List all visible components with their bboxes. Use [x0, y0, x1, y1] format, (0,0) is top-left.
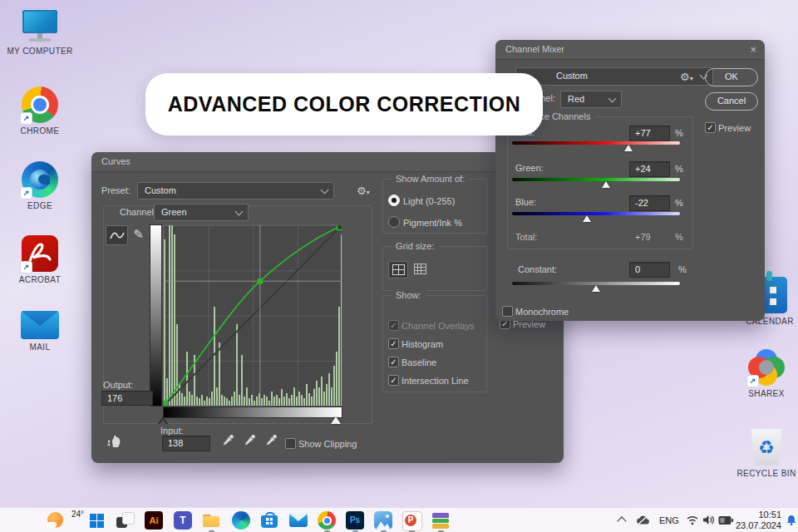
curves-titlebar[interactable]: Curves — [91, 152, 564, 172]
desktop-icon-label: MAIL — [4, 342, 76, 352]
tray-clock-time[interactable]: 10:51 — [746, 510, 781, 520]
blue-slider-thumb[interactable] — [583, 215, 591, 222]
taskbar-powerpoint[interactable] — [402, 511, 422, 531]
red-value-field[interactable]: +77 — [629, 126, 670, 141]
curve-point-start[interactable] — [164, 401, 168, 406]
green-slider-thumb[interactable] — [602, 181, 610, 188]
taskbar-file-explorer[interactable] — [202, 511, 220, 530]
blue-value-field[interactable]: -22 — [629, 195, 670, 211]
edge-icon: ↗ — [22, 161, 58, 198]
constant-slider-thumb[interactable] — [592, 285, 600, 292]
chrome-icon: ↗ — [22, 86, 58, 123]
shadow-slider-handle[interactable] — [158, 416, 168, 424]
cancel-button[interactable]: Cancel — [705, 92, 758, 111]
channel-overlays-checkbox[interactable]: ✓ — [388, 320, 399, 331]
green-value-field[interactable]: +24 — [629, 161, 670, 177]
shortcut-arrow-icon: ↗ — [746, 375, 759, 387]
preset-options-gear-icon[interactable]: ⚙▾ — [357, 185, 370, 197]
mixer-options-gear-icon[interactable]: ⚙▾ — [680, 71, 693, 83]
taskbar-teams[interactable]: T — [174, 511, 192, 530]
desktop-icon-chrome[interactable]: ↗ CHROME — [4, 86, 76, 135]
tray-language[interactable]: ENG — [659, 515, 679, 525]
desktop-icon-my-computer[interactable]: MY COMPUTER — [4, 10, 76, 56]
on-image-adjustment-tool[interactable] — [106, 435, 124, 451]
light-radio[interactable] — [388, 195, 400, 206]
green-unit: % — [675, 164, 683, 174]
curve-tool-button[interactable] — [106, 225, 128, 245]
channel-dropdown[interactable]: Green — [154, 204, 249, 221]
histogram-checkbox[interactable]: ✓ — [388, 338, 399, 349]
coarse-grid-button[interactable] — [388, 261, 408, 278]
mixer-preview-checkbox[interactable]: ✓ — [705, 122, 716, 133]
black-point-eyedropper-icon[interactable] — [222, 433, 234, 447]
taskbar-store[interactable] — [260, 511, 278, 530]
desktop-icon-recycle-bin[interactable]: ♻ RECYCLE BIN — [731, 429, 798, 478]
onedrive-cloud-icon[interactable] — [635, 515, 650, 526]
pencil-tool-button[interactable]: ✎ — [128, 225, 149, 244]
desktop-icon-sharex[interactable]: ↗ SHAREX — [731, 349, 798, 398]
taskbar-mail[interactable] — [289, 514, 308, 527]
pencil-icon: ✎ — [133, 227, 144, 242]
desktop-icon-edge[interactable]: ↗ EDGE — [4, 161, 76, 210]
hand-adjust-icon — [106, 435, 124, 450]
monochrome-checkbox[interactable] — [502, 306, 513, 317]
total-label: Total: — [515, 232, 537, 242]
show-title: Show: — [392, 290, 426, 300]
taskbar-winrar[interactable] — [431, 511, 450, 530]
red-slider[interactable] — [512, 141, 680, 153]
highlight-slider-handle[interactable] — [331, 416, 341, 424]
gray-point-eyedropper-icon[interactable] — [244, 433, 256, 447]
tray-clock-date[interactable]: 23.07.2024 — [732, 520, 781, 530]
desktop-icon-label: MY COMPUTER — [4, 47, 76, 56]
output-channel-value: Red — [568, 94, 584, 104]
constant-slider[interactable] — [512, 282, 680, 293]
grid-size-title: Grid size: — [392, 241, 438, 251]
weather-widget[interactable] — [46, 510, 74, 530]
preset-dropdown[interactable]: Custom — [137, 182, 334, 200]
desktop: MY COMPUTER ↗ CHROME ↗ EDGE ↗ ACROBAT MA… — [0, 0, 798, 532]
desktop-icon-acrobat[interactable]: ↗ ACROBAT — [4, 235, 76, 284]
shortcut-arrow-icon: ↗ — [20, 112, 32, 125]
taskbar-photoshop[interactable]: Ps — [346, 511, 364, 530]
sharex-icon: ↗ — [748, 349, 785, 386]
channel-value: Green — [161, 207, 187, 217]
ok-button[interactable]: OK — [705, 68, 758, 86]
recycle-bin-icon: ♻ — [750, 429, 783, 466]
tray-chevron-up-icon[interactable] — [617, 516, 626, 525]
pigment-radio[interactable] — [388, 216, 400, 228]
blue-slider[interactable] — [512, 212, 680, 224]
taskbar-edge[interactable] — [232, 511, 250, 530]
fine-grid-button[interactable] — [411, 261, 429, 277]
curves-graph[interactable] — [163, 224, 342, 406]
baseline-checkbox[interactable]: ✓ — [388, 357, 399, 367]
desktop-icon-mail[interactable]: MAIL — [4, 311, 76, 352]
wifi-icon[interactable] — [686, 515, 699, 525]
curves-dialog: Curves Preset: Custom ⚙▾ Channel: Green … — [91, 152, 564, 463]
start-button[interactable] — [87, 511, 106, 530]
output-channel-dropdown[interactable]: Red — [560, 91, 622, 108]
intersection-line-label: Intersection Line — [401, 376, 469, 386]
red-slider-track — [512, 141, 680, 145]
channel-mixer-titlebar[interactable]: Channel Mixer × — [495, 40, 765, 60]
taskbar-photos[interactable] — [374, 511, 392, 530]
notification-bell-icon[interactable] — [786, 514, 797, 527]
taskbar-widgets[interactable] — [116, 511, 134, 530]
input-value-field[interactable]: 138 — [162, 436, 210, 451]
constant-value-field[interactable]: 0 — [629, 262, 670, 278]
mail-icon — [21, 311, 59, 339]
taskbar-illustrator[interactable]: Ai — [145, 511, 163, 530]
green-slider[interactable] — [512, 178, 680, 190]
close-icon[interactable]: × — [750, 43, 756, 56]
intersection-line-checkbox[interactable]: ✓ — [388, 375, 399, 386]
output-value-field[interactable]: 176 — [101, 391, 153, 406]
white-point-eyedropper-icon[interactable] — [265, 433, 278, 447]
blue-unit: % — [675, 198, 683, 208]
monochrome-label: Monochrome — [515, 307, 569, 317]
taskbar-chrome[interactable] — [318, 511, 336, 530]
red-slider-thumb[interactable] — [624, 145, 633, 151]
curve-point-end[interactable] — [337, 225, 342, 230]
total-value: +79 — [635, 232, 651, 242]
show-clipping-checkbox[interactable] — [285, 438, 296, 449]
speaker-icon[interactable] — [702, 515, 715, 525]
curve-point-selected[interactable] — [258, 278, 264, 284]
